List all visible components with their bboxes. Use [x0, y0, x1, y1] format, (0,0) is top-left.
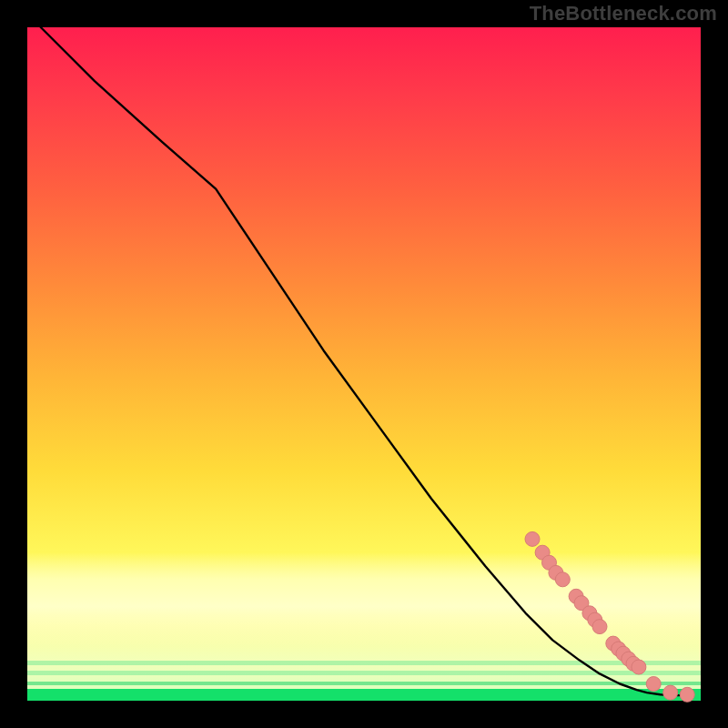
data-marker [632, 660, 646, 674]
chart-stage: TheBottleneck.com [0, 0, 728, 728]
data-marker [663, 685, 678, 700]
marker-group [525, 531, 694, 702]
data-marker [646, 677, 661, 692]
data-marker [555, 572, 570, 587]
data-marker [592, 620, 607, 634]
chart-overlay-svg [27, 27, 701, 701]
watermark-text: TheBottleneck.com [530, 2, 717, 25]
data-marker [680, 687, 694, 702]
data-marker [525, 531, 540, 546]
curve-line [41, 27, 687, 695]
